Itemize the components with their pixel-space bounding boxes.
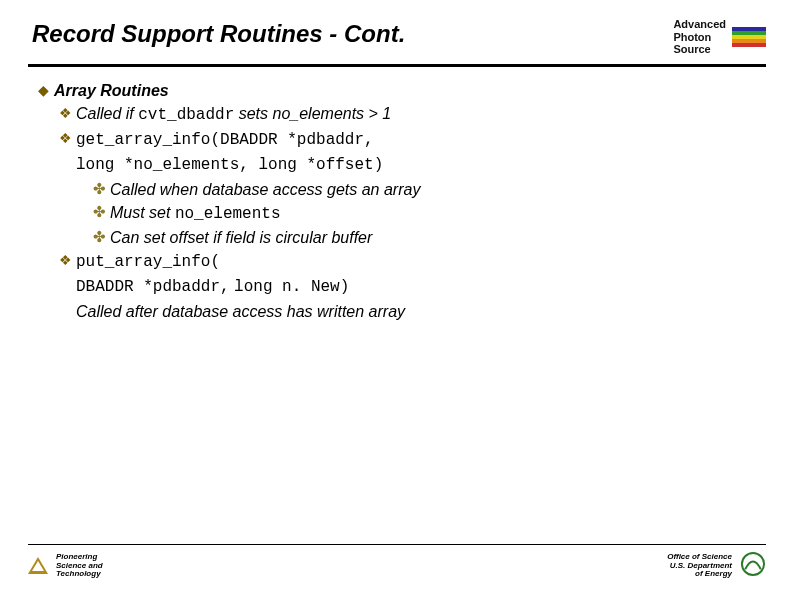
title-row: Record Support Routines - Cont. Advanced… [28,20,766,56]
l1-text: Array Routines [54,79,169,102]
maltese-icon: ✤ [88,178,110,201]
triangle-icon [28,557,48,574]
bullet-l2: ❖ get_array_info(DBADDR *pdbaddr, [54,127,766,152]
bullet-l3: ✤ Called when database access gets an ar… [88,178,766,201]
bullet-l3: ✤ Must set no_elements [88,201,766,226]
aps-line3: Source [673,43,726,56]
footer-rule [28,544,766,545]
p1-text: Called after database access has written… [76,303,405,320]
fl3: Technology [56,570,103,579]
fr3: of Energy [667,570,732,579]
l2c-cont: DBADDR *pdbaddr, long n. New) [76,274,766,299]
l2a-code: cvt_dbaddr [138,106,234,124]
aps-logo: Advanced Photon Source [673,18,766,56]
l2a-post: sets no_elements > 1 [234,105,391,122]
l3b-pre: Must set [110,204,175,221]
l2c-code1: put_array_info( [76,249,220,274]
plain-line: Called after database access has written… [76,300,766,323]
maltese-icon: ✤ [88,201,110,226]
content: ◆ Array Routines ❖ Called if cvt_dbaddr … [28,79,766,323]
l2b-code2: long *no_elements, long *offset) [76,155,383,172]
footer: Pioneering Science and Technology Office… [28,544,766,581]
bullet-l3: ✤ Can set offset if field is circular bu… [88,226,766,249]
title-rule [28,64,766,67]
l2b-code1: get_array_info(DBADDR *pdbaddr, [76,127,374,152]
aps-line1: Advanced [673,18,726,31]
maltese-icon: ✤ [88,226,110,249]
footer-right-text: Office of Science U.S. Department of Ene… [667,553,732,579]
footer-right: Office of Science U.S. Department of Ene… [667,551,766,581]
bullet-l2: ❖ Called if cvt_dbaddr sets no_elements … [54,102,766,127]
clover-icon: ❖ [54,127,76,152]
clover-icon: ❖ [54,102,76,127]
l2a-pre: Called if [76,105,138,122]
bullet-l2: ❖ put_array_info( [54,249,766,274]
aps-logo-text: Advanced Photon Source [673,18,726,56]
l2c-code2: DBADDR *pdbaddr, long n. New) [76,277,349,294]
l3b-code: no_elements [175,205,281,223]
clover-icon: ❖ [54,249,76,274]
svg-point-0 [742,553,764,575]
doe-icon [740,551,766,581]
footer-left: Pioneering Science and Technology [28,553,103,579]
aps-line2: Photon [673,31,726,44]
bullet-l1: ◆ Array Routines [32,79,766,102]
footer-row: Pioneering Science and Technology Office… [28,551,766,581]
l3a-text: Called when database access gets an arra… [110,178,420,201]
footer-left-text: Pioneering Science and Technology [56,553,103,579]
aps-logo-stripes [732,27,766,47]
l3b-text: Must set no_elements [110,201,281,226]
l2a-text: Called if cvt_dbaddr sets no_elements > … [76,102,391,127]
slide-title: Record Support Routines - Cont. [28,20,405,48]
stripe [732,43,766,47]
diamond-icon: ◆ [32,79,54,102]
l3c-text: Can set offset if field is circular buff… [110,226,372,249]
slide: Record Support Routines - Cont. Advanced… [0,0,794,595]
l2b-cont: long *no_elements, long *offset) [76,152,766,177]
